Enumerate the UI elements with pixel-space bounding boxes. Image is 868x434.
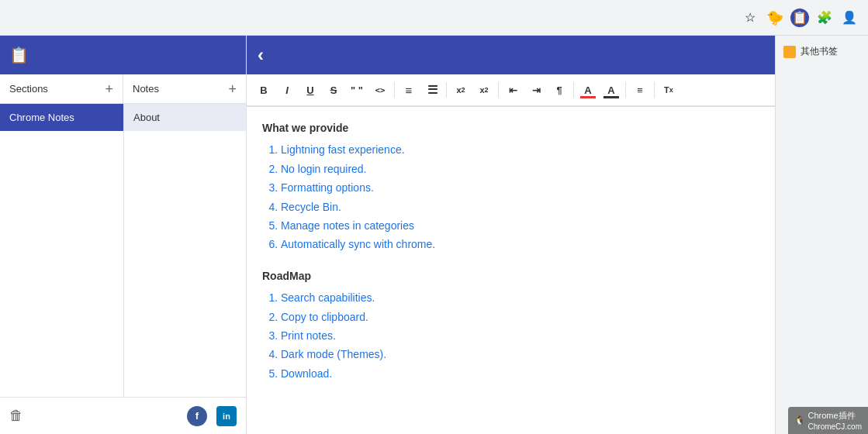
indent-left-button[interactable]: ⇤ xyxy=(502,79,524,101)
editor-panel: ‹ B I U S " " <> ≡ ☰ x2 x2 ⇤ ⇥ ¶ A A xyxy=(247,36,775,434)
browser-bar: ☆ 🐤 📋 🧩 👤 xyxy=(0,0,868,36)
list-item: No login required. xyxy=(281,160,759,177)
bookmark-item-other[interactable]: 其他书签 xyxy=(780,42,863,61)
ordered-list-button[interactable]: ≡ xyxy=(398,79,420,101)
note-item-about[interactable]: About xyxy=(124,104,246,131)
list-item: Automatically sync with chrome. xyxy=(281,236,759,253)
left-panel: 📋 Sections + Notes + Chrome Notes About xyxy=(0,36,247,434)
list-item: Download. xyxy=(281,365,759,382)
section-item-chrome-notes[interactable]: Chrome Notes xyxy=(0,104,123,131)
code-button[interactable]: <> xyxy=(369,79,391,101)
roadmap-section: RoadMap Search capabilities. Copy to cli… xyxy=(262,267,759,382)
toolbar-sep-2 xyxy=(446,82,447,98)
editor-toolbar: B I U S " " <> ≡ ☰ x2 x2 ⇤ ⇥ ¶ A A ≡ xyxy=(247,74,775,107)
toolbar-sep-3 xyxy=(498,82,499,98)
notes-col: About xyxy=(124,104,246,397)
list-item: Manage notes in categories xyxy=(281,217,759,234)
quote-button[interactable]: " " xyxy=(346,79,368,101)
list-item: Print notes. xyxy=(281,327,759,344)
delete-icon[interactable]: 🗑 xyxy=(9,408,23,424)
toolbar-sep-5 xyxy=(625,82,626,98)
unordered-list-button[interactable]: ☰ xyxy=(421,79,443,101)
list-item: Search capabilities. xyxy=(281,289,759,306)
list-item: Lightning fast experience. xyxy=(281,141,759,158)
list-item: Recycle Bin. xyxy=(281,198,759,215)
notes-tab[interactable]: Notes + xyxy=(123,74,246,103)
highlight-button[interactable]: A xyxy=(600,79,622,101)
list-item: Formatting options. xyxy=(281,179,759,196)
paragraph-button[interactable]: ¶ xyxy=(548,79,570,101)
clipboard-icon[interactable]: 📋 xyxy=(790,9,809,27)
notes-label: Notes xyxy=(133,83,159,95)
roadmap-heading: RoadMap xyxy=(262,267,759,284)
watermark: 🐧 Chrome插件 ChromeCJ.com xyxy=(788,407,868,434)
facebook-icon[interactable]: f xyxy=(187,406,207,426)
what-we-provide-heading: What we provide xyxy=(262,119,759,136)
app-header: 📋 xyxy=(0,36,246,74)
align-button[interactable]: ≡ xyxy=(629,79,651,101)
italic-button[interactable]: I xyxy=(276,79,298,101)
what-we-provide-list: Lightning fast experience. No login requ… xyxy=(281,141,759,253)
editor-content[interactable]: What we provide Lightning fast experienc… xyxy=(247,107,775,434)
bookmark-bar: 其他书签 xyxy=(775,36,868,434)
roadmap-list: Search capabilities. Copy to clipboard. … xyxy=(281,289,759,382)
note-icon: 📋 xyxy=(9,46,29,64)
toolbar-sep-1 xyxy=(394,82,395,98)
toolbar-sep-4 xyxy=(573,82,574,98)
linkedin-icon[interactable]: in xyxy=(216,406,237,426)
list-item: Dark mode (Themes). xyxy=(281,346,759,363)
subscript-button[interactable]: x2 xyxy=(450,79,472,101)
bold-button[interactable]: B xyxy=(253,79,275,101)
sections-col: Chrome Notes xyxy=(0,104,124,397)
indent-right-button[interactable]: ⇥ xyxy=(525,79,547,101)
sections-tab[interactable]: Sections + xyxy=(0,74,123,103)
underline-button[interactable]: U xyxy=(299,79,321,101)
toolbar-sep-6 xyxy=(654,82,655,98)
add-note-button[interactable]: + xyxy=(228,82,237,96)
add-section-button[interactable]: + xyxy=(105,82,113,96)
user-icon[interactable]: 👤 xyxy=(840,9,859,27)
list-item: Copy to clipboard. xyxy=(281,308,759,326)
superscript-button[interactable]: x2 xyxy=(473,79,495,101)
panel-tabs: Sections + Notes + xyxy=(0,74,246,104)
editor-header: ‹ xyxy=(247,36,775,74)
bottom-icons-right: f in xyxy=(187,406,237,426)
folder-icon xyxy=(783,46,796,58)
star-icon[interactable]: ☆ xyxy=(741,9,759,27)
back-arrow-button[interactable]: ‹ xyxy=(258,44,264,66)
sections-label: Sections xyxy=(9,83,48,95)
panel-bottom: 🗑 f in xyxy=(0,397,246,434)
bookmark-label: 其他书签 xyxy=(801,45,838,58)
font-color-button[interactable]: A xyxy=(577,79,599,101)
watermark-text: Chrome插件 ChromeCJ.com xyxy=(808,410,862,431)
strikethrough-button[interactable]: S xyxy=(323,79,344,101)
duck-icon[interactable]: 🐤 xyxy=(766,9,784,27)
sections-notes: Chrome Notes About xyxy=(0,104,246,397)
watermark-icon: 🐧 xyxy=(794,415,805,425)
puzzle-icon[interactable]: 🧩 xyxy=(815,9,834,27)
clear-format-button[interactable]: Tx xyxy=(658,79,680,101)
